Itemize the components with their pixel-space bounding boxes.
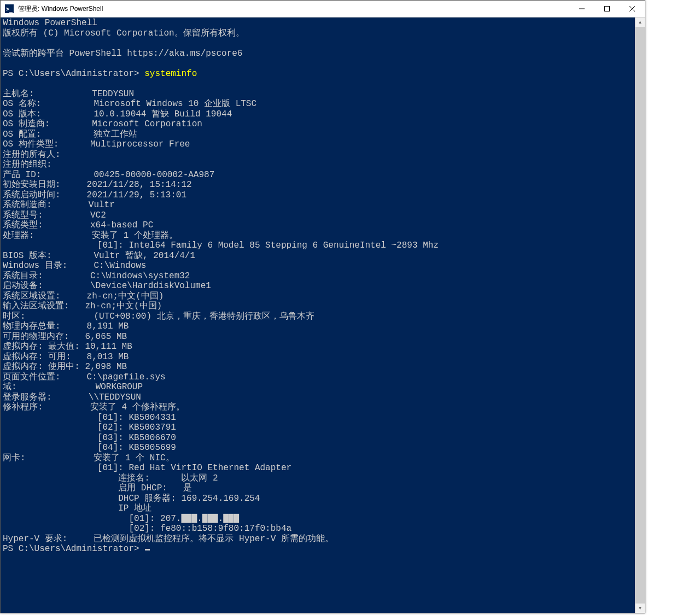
terminal-output[interactable]: Windows PowerShell 版权所有 (C) Microsoft Co… [1,17,635,613]
maximize-button[interactable] [594,1,620,17]
terminal-body: Windows PowerShell 版权所有 (C) Microsoft Co… [1,17,645,613]
scroll-up-button[interactable]: ▲ [635,17,645,27]
window-controls [569,1,645,17]
scroll-down-button[interactable]: ▼ [635,604,645,613]
window-title: 管理员: Windows PowerShell [18,4,103,14]
scrollbar-thumb[interactable] [635,27,645,604]
close-button[interactable] [620,1,645,17]
powershell-window: >_ 管理员: Windows PowerShell Windows Power… [0,0,645,613]
powershell-icon: >_ [5,4,14,13]
titlebar[interactable]: >_ 管理员: Windows PowerShell [1,1,645,17]
svg-rect-1 [605,7,610,11]
vertical-scrollbar[interactable]: ▲ ▼ [635,17,645,613]
minimize-button[interactable] [569,1,594,17]
